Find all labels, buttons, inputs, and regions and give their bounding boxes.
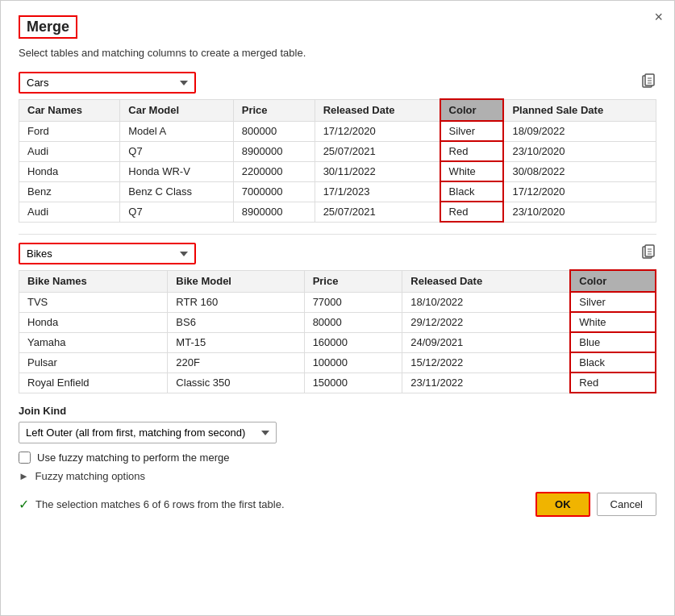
table-cell[interactable]: MT-15 bbox=[168, 332, 304, 352]
cars-col-header[interactable]: Price bbox=[233, 99, 315, 121]
table-cell[interactable]: BS6 bbox=[168, 312, 304, 332]
table-cell[interactable]: RTR 160 bbox=[168, 292, 304, 312]
cars-col-header[interactable]: Car Names bbox=[19, 99, 120, 121]
table-cell[interactable]: 7000000 bbox=[233, 181, 315, 202]
table-row[interactable]: FordModel A80000017/12/2020Silver18/09/2… bbox=[19, 121, 656, 141]
table-cell[interactable]: 100000 bbox=[304, 352, 402, 373]
table-cell[interactable]: Royal Enfield bbox=[19, 373, 168, 393]
table-cell[interactable]: 23/10/2020 bbox=[503, 202, 656, 222]
table-cell[interactable]: 30/08/2022 bbox=[503, 161, 656, 181]
table-cell[interactable]: Yamaha bbox=[19, 332, 168, 352]
table-row[interactable]: Pulsar220F10000015/12/2022Black bbox=[19, 352, 656, 373]
cancel-button[interactable]: Cancel bbox=[597, 493, 656, 516]
bikes-action-icon[interactable] bbox=[640, 244, 656, 264]
bikes-col-header[interactable]: Color bbox=[570, 270, 656, 292]
table-cell[interactable]: Silver bbox=[570, 292, 656, 312]
bikes-section: CarsBikes Bike NamesBike ModelPriceRelea… bbox=[19, 243, 656, 393]
table-row[interactable]: BenzBenz C Class700000017/1/2023Black17/… bbox=[19, 181, 656, 202]
fuzzy-checkbox-label[interactable]: Use fuzzy matching to perform the merge bbox=[37, 452, 229, 464]
status-check-icon: ✓ bbox=[19, 497, 29, 512]
table-cell[interactable]: Benz bbox=[19, 181, 120, 202]
table-cell[interactable]: 25/07/2021 bbox=[315, 141, 440, 161]
table-row[interactable]: AudiQ7890000025/07/2021Red23/10/2020 bbox=[19, 202, 656, 222]
join-kind-section: Join Kind Left Outer (all from first, ma… bbox=[19, 405, 656, 443]
cars-action-icon[interactable] bbox=[640, 73, 656, 93]
table-cell[interactable]: Black bbox=[570, 352, 656, 373]
table-cell[interactable]: Classic 350 bbox=[168, 373, 304, 393]
table-cell[interactable]: Q7 bbox=[120, 202, 233, 222]
bikes-header-row: CarsBikes bbox=[19, 243, 656, 264]
table-cell[interactable]: 220F bbox=[168, 352, 304, 373]
dialog-title: Merge bbox=[19, 15, 77, 39]
table-cell[interactable]: 80000 bbox=[304, 312, 402, 332]
table-row[interactable]: AudiQ7890000025/07/2021Red23/10/2020 bbox=[19, 141, 656, 161]
table-cell[interactable]: Model A bbox=[120, 121, 233, 141]
table-row[interactable]: TVSRTR 1607700018/10/2022Silver bbox=[19, 292, 656, 312]
svg-rect-6 bbox=[645, 245, 654, 256]
table-cell[interactable]: 25/07/2021 bbox=[315, 202, 440, 222]
table-cell[interactable]: Pulsar bbox=[19, 352, 168, 373]
merge-dialog: × Merge Select tables and matching colum… bbox=[0, 0, 675, 616]
table-cell[interactable]: 23/10/2020 bbox=[503, 141, 656, 161]
table-cell[interactable]: White bbox=[570, 312, 656, 332]
table-cell[interactable]: Honda bbox=[19, 161, 120, 181]
status-text: The selection matches 6 of 6 rows from t… bbox=[35, 498, 535, 510]
table-cell[interactable]: Audi bbox=[19, 202, 120, 222]
table-cell[interactable]: 17/1/2023 bbox=[315, 181, 440, 202]
cars-col-header[interactable]: Released Date bbox=[315, 99, 440, 121]
table-cell[interactable]: Ford bbox=[19, 121, 120, 141]
table-cell[interactable]: Blue bbox=[570, 332, 656, 352]
table-cell[interactable]: 23/11/2022 bbox=[402, 373, 571, 393]
ok-button[interactable]: OK bbox=[535, 492, 590, 517]
table-cell[interactable]: 24/09/2021 bbox=[402, 332, 571, 352]
bikes-col-header[interactable]: Released Date bbox=[402, 270, 571, 292]
table-row[interactable]: HondaHonda WR-V220000030/11/2022White30/… bbox=[19, 161, 656, 181]
table-cell[interactable]: Red bbox=[570, 373, 656, 393]
table-cell[interactable]: Honda WR-V bbox=[120, 161, 233, 181]
fuzzy-checkbox[interactable] bbox=[19, 452, 31, 464]
table-row[interactable]: Royal EnfieldClassic 35015000023/11/2022… bbox=[19, 373, 656, 393]
table-cell[interactable]: 800000 bbox=[233, 121, 315, 141]
table-cell[interactable]: 77000 bbox=[304, 292, 402, 312]
table-cell[interactable]: Red bbox=[440, 141, 504, 161]
table-cell[interactable]: 150000 bbox=[304, 373, 402, 393]
dialog-subtitle: Select tables and matching columns to cr… bbox=[19, 47, 656, 59]
table-cell[interactable]: 160000 bbox=[304, 332, 402, 352]
table-cell[interactable]: Honda bbox=[19, 312, 168, 332]
bikes-col-header[interactable]: Price bbox=[304, 270, 402, 292]
table-row[interactable]: HondaBS68000029/12/2022White bbox=[19, 312, 656, 332]
cars-header-row: CarsBikes bbox=[19, 72, 656, 94]
table-cell[interactable]: Audi bbox=[19, 141, 120, 161]
cars-section: CarsBikes Car NamesCar ModelPriceRelease… bbox=[19, 72, 656, 223]
table-cell[interactable]: 8900000 bbox=[233, 141, 315, 161]
table-cell[interactable]: Black bbox=[440, 181, 504, 202]
table-cell[interactable]: Benz C Class bbox=[120, 181, 233, 202]
table-cell[interactable]: 30/11/2022 bbox=[315, 161, 440, 181]
table-cell[interactable]: 15/12/2022 bbox=[402, 352, 571, 373]
fuzzy-checkbox-row: Use fuzzy matching to perform the merge bbox=[19, 452, 656, 464]
cars-col-header[interactable]: Color bbox=[440, 99, 504, 121]
cars-col-header[interactable]: Planned Sale Date bbox=[503, 99, 656, 121]
table-cell[interactable]: 8900000 bbox=[233, 202, 315, 222]
cars-col-header[interactable]: Car Model bbox=[120, 99, 233, 121]
fuzzy-options-toggle[interactable]: ► Fuzzy matching options bbox=[19, 470, 656, 482]
cars-dropdown[interactable]: CarsBikes bbox=[19, 72, 196, 94]
table-cell[interactable]: Silver bbox=[440, 121, 504, 141]
table-cell[interactable]: 29/12/2022 bbox=[402, 312, 571, 332]
close-button[interactable]: × bbox=[654, 9, 663, 26]
bikes-dropdown[interactable]: CarsBikes bbox=[19, 243, 196, 264]
table-cell[interactable]: Q7 bbox=[120, 141, 233, 161]
bikes-col-header[interactable]: Bike Names bbox=[19, 270, 168, 292]
table-cell[interactable]: 2200000 bbox=[233, 161, 315, 181]
join-kind-select[interactable]: Left Outer (all from first, matching fro… bbox=[19, 422, 277, 443]
table-cell[interactable]: 17/12/2020 bbox=[315, 121, 440, 141]
table-cell[interactable]: 17/12/2020 bbox=[503, 181, 656, 202]
table-cell[interactable]: 18/09/2022 bbox=[503, 121, 656, 141]
table-cell[interactable]: 18/10/2022 bbox=[402, 292, 571, 312]
table-cell[interactable]: White bbox=[440, 161, 504, 181]
table-cell[interactable]: Red bbox=[440, 202, 504, 222]
chevron-right-icon: ► bbox=[19, 470, 29, 482]
table-cell[interactable]: TVS bbox=[19, 292, 168, 312]
table-row[interactable]: YamahaMT-1516000024/09/2021Blue bbox=[19, 332, 656, 352]
bikes-col-header[interactable]: Bike Model bbox=[168, 270, 304, 292]
